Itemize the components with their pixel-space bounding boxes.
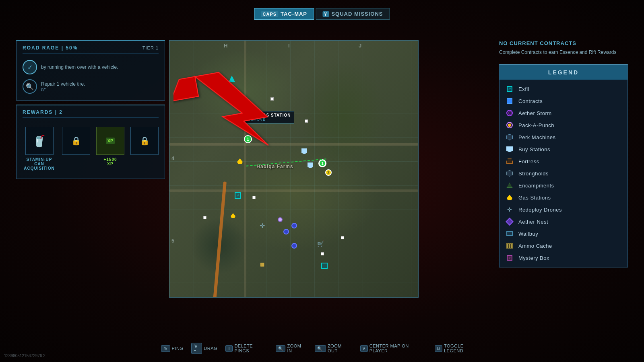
reward-stamin-up: 🥤 STAMIN-UP CANACQUISITION <box>23 127 56 171</box>
legend-gas-stations[interactable]: Gas Stations <box>500 191 627 204</box>
zoom-in-key: 🔍 <box>276 345 285 352</box>
challenge-text-2: Repair 1 vehicle tire. <box>41 81 85 88</box>
tac-map-button[interactable]: CAPS TAC-MAP <box>254 8 314 20</box>
gas-station-popup[interactable]: 243m GAS STATION REMOVE <box>244 111 294 123</box>
buy-stations-label: Buy Stations <box>518 146 550 152</box>
blue-marker-1[interactable] <box>291 223 297 228</box>
legend-redeploy-drones[interactable]: ✛ Redeploy Drones <box>500 204 627 216</box>
map-background: H I J 4 5 Hadiqa Farms 1 1 2 <box>169 41 418 297</box>
legend-items-list: ↗ Exfil Contracts 〇 Aether Storm ✊ <box>500 80 627 267</box>
aether-nest-label: Aether Nest <box>518 219 548 225</box>
gas-marker-2[interactable] <box>231 213 235 218</box>
legend-strongholds[interactable]: Strongholds <box>500 167 627 179</box>
gas-station-marker[interactable] <box>237 158 243 164</box>
drone-2[interactable]: ✛ <box>260 222 265 230</box>
right-panel: NO CURRENT CONTRACTS Complete Contracts … <box>499 40 628 267</box>
player-marker[interactable]: 1 <box>318 159 326 167</box>
left-panel: ROAD RAGE | 50% TIER 1 ✓ by running them… <box>16 40 165 179</box>
ammo-cache-label: Ammo Cache <box>518 243 552 249</box>
legend-fortress[interactable]: Fortress <box>500 155 627 167</box>
exfil-marker-2[interactable]: ↗ <box>235 192 241 199</box>
keybind-delete-pings: T DELETE PINGS <box>225 343 268 353</box>
gear-marker[interactable] <box>278 217 283 222</box>
perk-machines-label: Perk Machines <box>518 134 555 140</box>
legend-pack-a-punch[interactable]: ✊ Pack-A-Punch <box>500 119 627 131</box>
cart-marker[interactable]: 🛒 <box>317 240 324 247</box>
stamin-up-label: STAMIN-UP CANACQUISITION <box>23 157 56 171</box>
top-nav: CAPS TAC-MAP Y SQUAD MISSIONS <box>254 8 390 20</box>
poi-2 <box>305 119 308 123</box>
stamin-up-icon-box: 🥤 <box>25 127 54 155</box>
legend-encampments[interactable]: Encampments <box>500 179 627 191</box>
legend-contracts[interactable]: Contracts <box>500 95 627 107</box>
bottom-keybinds-bar: 🖱 PING 🖱+ DRAG T DELETE PINGS 🔍 ZOOM IN … <box>161 343 483 354</box>
exfil-label: Exfil <box>518 86 529 92</box>
drone-1[interactable]: ✛ <box>237 111 243 119</box>
legend-box: LEGEND ↗ Exfil Contracts 〇 Aether Storm <box>499 64 628 267</box>
buy-station-marker[interactable] <box>301 148 307 154</box>
b-key: B <box>435 345 442 352</box>
encampments-label: Encampments <box>518 183 554 189</box>
fortress-label: Fortress <box>518 158 539 165</box>
zoom-out-key: 🔍- <box>315 345 326 352</box>
road-horizontal-2 <box>169 189 418 192</box>
mystery-box-icon: ? <box>506 254 514 262</box>
buy-station-2[interactable] <box>308 162 313 168</box>
aether-nest-icon <box>506 218 514 226</box>
legend-ammo-cache[interactable]: Ammo Cache <box>500 240 627 252</box>
challenge-item-2: 🔍 Repair 1 vehicle tire. 0/1 <box>23 77 159 96</box>
perk-machines-icon <box>506 133 514 141</box>
contracts-subtitle: Complete Contracts to earn Essence and R… <box>499 49 628 56</box>
y-key: Y <box>322 11 329 17</box>
pack-a-punch-label: Pack-A-Punch <box>518 122 554 128</box>
blue-marker-2[interactable] <box>283 229 289 234</box>
keybind-ping: 🖱 PING <box>161 345 183 352</box>
legend-wallbuy[interactable]: Wallbuy <box>500 228 627 240</box>
popup-title: GAS STATION <box>260 113 291 117</box>
map-container[interactable]: H I J 4 5 Hadiqa Farms 1 1 2 <box>169 40 419 298</box>
legend-perk-machines[interactable]: Perk Machines <box>500 131 627 143</box>
popup-distance: 243m <box>248 113 258 117</box>
toggle-legend-label: TOGGLE LEGEND <box>444 343 483 353</box>
challenge-progress: 0/1 <box>41 87 85 92</box>
v-key: V <box>360 345 368 352</box>
reward-locked-2: 🔒 <box>130 127 159 171</box>
xp-icon-box: XP <box>96 127 124 155</box>
contracts-title: NO CURRENT CONTRACTS <box>499 40 628 46</box>
exfil-marker-1[interactable] <box>229 76 235 82</box>
contracts-icon <box>506 97 514 105</box>
delete-pings-label: DELETE PINGS <box>234 343 268 353</box>
legend-aether-nest[interactable]: Aether Nest <box>500 216 627 228</box>
ammo-marker[interactable]: ▦ <box>260 260 264 267</box>
legend-aether-storm[interactable]: 〇 Aether Storm <box>500 107 627 119</box>
blue-marker-3[interactable] <box>291 243 297 249</box>
map-grid <box>169 41 418 297</box>
contract-marker-1[interactable]: 1 <box>244 135 252 143</box>
pack-a-punch-icon: ✊ <box>506 121 514 129</box>
contracts-box: NO CURRENT CONTRACTS Complete Contracts … <box>499 40 628 56</box>
challenge-header: ROAD RAGE | 50% TIER 1 <box>23 45 159 53</box>
exfil-icon: ↗ <box>506 85 514 93</box>
contracts-label: Contracts <box>518 98 543 104</box>
keybind-zoom-in: 🔍 ZOOM IN <box>276 343 307 353</box>
tier-badge: TIER 1 <box>142 45 159 50</box>
locked-1-icon-box: 🔒 <box>62 127 90 155</box>
squad-missions-button[interactable]: Y SQUAD MISSIONS <box>316 8 390 20</box>
reward-xp: XP +1500XP <box>96 127 124 171</box>
xp-label: +1500XP <box>103 157 117 166</box>
locked-2-icon-box: 🔒 <box>130 127 159 155</box>
legend-buy-stations[interactable]: Buy Stations <box>500 143 627 155</box>
popup-action[interactable]: REMOVE <box>248 117 291 121</box>
mystery-box-label: Mystery Box <box>518 255 549 261</box>
buy-stations-icon <box>506 145 514 153</box>
legend-mystery-box[interactable]: ? Mystery Box <box>500 252 627 264</box>
legend-exfil[interactable]: ↗ Exfil <box>500 83 627 95</box>
seed-id: 12398051215472976 2 <box>4 354 45 358</box>
cyan-marker[interactable] <box>321 263 328 269</box>
keybind-drag: 🖱+ DRAG <box>191 343 217 354</box>
center-map-label: CENTER MAP ON PLAYER <box>369 343 427 353</box>
wallbuy-label: Wallbuy <box>518 231 538 237</box>
marker-2[interactable]: 2 <box>325 169 332 176</box>
tac-map-label: TAC-MAP <box>281 11 307 17</box>
poi-5 <box>341 236 344 239</box>
